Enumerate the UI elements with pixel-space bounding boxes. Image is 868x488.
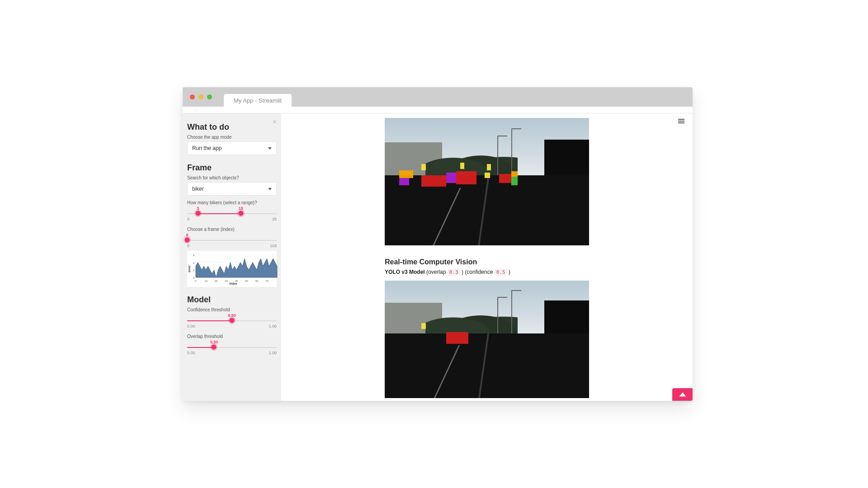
- range-high: 15: [239, 206, 243, 211]
- url-bar-strip: [183, 107, 693, 113]
- bikers-range-slider[interactable]: 3 15 0 25: [187, 207, 277, 220]
- biker-histogram-chart: 0246010203040506070indexbiker: [187, 251, 277, 287]
- overlap-min: 0.00: [187, 351, 195, 355]
- section-model-title: Model: [187, 295, 277, 305]
- range-low: 3: [197, 206, 199, 211]
- hamburger-menu-icon[interactable]: [678, 118, 684, 124]
- frame-index-label: Choose a frame (index): [187, 227, 277, 232]
- svg-text:50: 50: [245, 280, 248, 282]
- svg-text:60: 60: [255, 280, 259, 282]
- window-controls: [190, 94, 212, 99]
- minimize-window-icon[interactable]: [198, 94, 203, 99]
- confidence-value: 0.50: [228, 313, 236, 318]
- overlap-readout: 0.3: [448, 269, 460, 276]
- svg-text:biker: biker: [189, 265, 191, 272]
- section-heading: Real-time Computer Vision: [385, 258, 589, 266]
- overlap-max: 1.00: [269, 351, 277, 355]
- svg-text:20: 20: [215, 280, 218, 282]
- collapse-sidebar-icon[interactable]: ×: [273, 118, 277, 126]
- model-meta-line: YOLO v3 Model (overlap 0.3 ) (confidence…: [385, 269, 589, 275]
- svg-text:4: 4: [193, 262, 195, 264]
- confidence-min: 0.00: [187, 324, 195, 328]
- frame-value: 0: [186, 233, 188, 237]
- model-name: YOLO v3 Model: [385, 269, 425, 275]
- overlap-value: 0.30: [210, 340, 218, 344]
- titlebar: My App - Streamlit: [183, 87, 693, 107]
- browser-tab[interactable]: My App - Streamlit: [224, 94, 292, 107]
- confidence-label: Confidence threshold: [187, 307, 277, 312]
- svg-text:0: 0: [193, 277, 195, 279]
- svg-text:2: 2: [193, 269, 195, 272]
- svg-text:index: index: [230, 282, 237, 285]
- overlap-label: Overlap threshold: [187, 334, 277, 339]
- objects-label: Search for which objects?: [187, 175, 277, 180]
- tab-title: My App - Streamlit: [234, 97, 282, 104]
- main-content: Real-time Computer Vision YOLO v3 Model …: [281, 113, 693, 401]
- app-mode-select[interactable]: Run the app: [187, 141, 277, 155]
- svg-text:0: 0: [195, 280, 197, 282]
- chevron-down-icon: [268, 147, 272, 150]
- frame-index-slider[interactable]: 0 0 103: [187, 234, 277, 246]
- range-label: How many bikers (select a range)?: [187, 200, 277, 205]
- section-what-title: What to do: [187, 122, 277, 132]
- confidence-slider[interactable]: 0.50 0.00 1.00: [187, 314, 277, 327]
- confidence-max: 1.00: [269, 324, 277, 328]
- frame-max: 103: [270, 244, 277, 248]
- svg-text:30: 30: [225, 280, 228, 282]
- objects-value: biker: [192, 186, 204, 192]
- sidebar: × What to do Choose the app mode Run the…: [183, 113, 281, 401]
- app-mode-value: Run the app: [192, 145, 222, 151]
- confidence-readout: 0.5: [495, 269, 507, 276]
- maximize-window-icon[interactable]: [207, 94, 212, 99]
- close-window-icon[interactable]: [190, 94, 195, 99]
- chevron-down-icon: [268, 188, 272, 190]
- frame-min: 0: [187, 244, 189, 248]
- overlap-word: overlap: [428, 269, 446, 275]
- browser-window: My App - Streamlit × What to do Choose t…: [183, 87, 693, 401]
- ground-truth-image: [385, 118, 589, 245]
- svg-text:10: 10: [204, 280, 208, 282]
- objects-select[interactable]: biker: [187, 182, 277, 196]
- confidence-word: confidence: [467, 269, 493, 275]
- svg-text:70: 70: [265, 280, 269, 282]
- app-mode-label: Choose the app mode: [187, 135, 277, 140]
- streamlit-badge[interactable]: [672, 388, 693, 401]
- range-min: 0: [187, 217, 189, 221]
- section-frame-title: Frame: [187, 163, 277, 173]
- range-max: 25: [272, 217, 277, 221]
- model-output-image: [385, 281, 589, 398]
- overlap-slider[interactable]: 0.30 0.00 1.00: [187, 341, 277, 353]
- svg-text:6: 6: [193, 254, 195, 257]
